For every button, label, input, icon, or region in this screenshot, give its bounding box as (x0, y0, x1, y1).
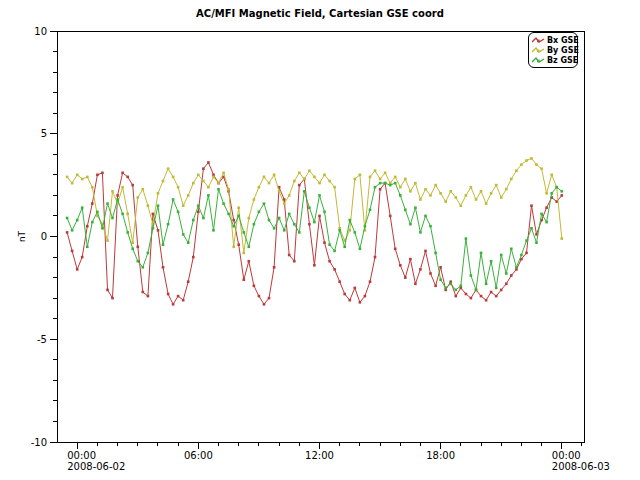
legend-item-by[interactable]: By GSE (532, 45, 573, 55)
legend[interactable]: Bx GSE By GSE Bz GSE (528, 32, 578, 68)
x-end-date-label: 2008-06-03 (552, 461, 610, 472)
y-axis[interactable]: 1050-5-10nT (17, 26, 57, 448)
y-tick-label: 0 (41, 231, 47, 242)
x-tick-label: 00:00 (552, 450, 581, 461)
y-tick-label: 5 (41, 128, 47, 139)
plot-canvas[interactable]: 1050-5-10nT00:002008-06-0206:0012:0018:0… (0, 0, 640, 480)
plot-window: AC/MFI Magnetic Field, Cartesian GSE coo… (0, 0, 640, 480)
legend-item-bz[interactable]: Bz GSE (532, 55, 573, 65)
bx-series-line-icon (532, 36, 545, 45)
x-tick-label: 12:00 (305, 450, 334, 461)
y-tick-label: -5 (37, 334, 47, 345)
y-tick-label: 10 (34, 26, 47, 37)
y-axis-label: nT (17, 230, 27, 242)
bz-series-line-icon (532, 56, 545, 65)
legend-item-bx[interactable]: Bx GSE (532, 35, 573, 45)
plot-frame (57, 31, 584, 442)
legend-label-by: By GSE (547, 46, 579, 55)
x-tick-label: 18:00 (426, 450, 455, 461)
x-tick-label: 00:00 (67, 450, 96, 461)
x-axis[interactable]: 00:002008-06-0206:0012:0018:0000:002008-… (67, 442, 610, 472)
series-bx-gse (66, 161, 563, 305)
legend-label-bz: Bz GSE (547, 56, 578, 65)
x-start-date-label: 2008-06-02 (67, 461, 125, 472)
x-tick-label: 06:00 (184, 450, 213, 461)
series-by-gse (66, 157, 563, 254)
by-series-line-icon (532, 46, 545, 55)
legend-label-bx: Bx GSE (547, 36, 579, 45)
y-tick-label: -10 (31, 437, 47, 448)
